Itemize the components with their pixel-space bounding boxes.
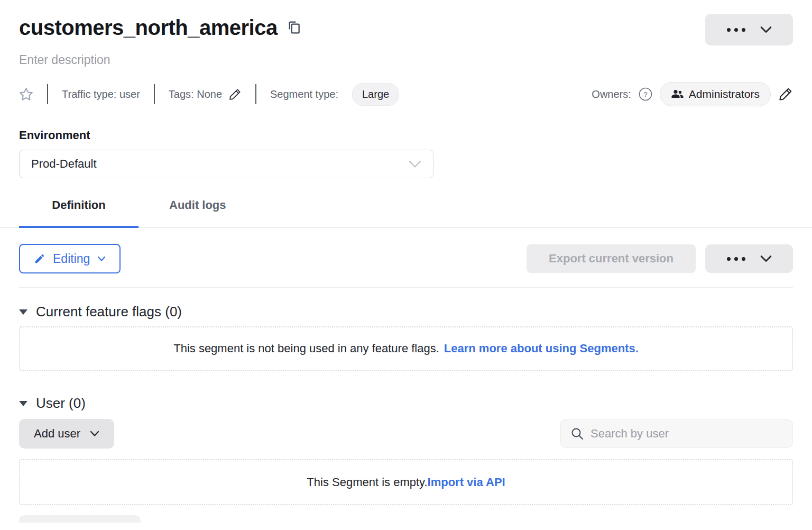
page-title: customers_north_america: [19, 14, 278, 41]
export-current-version-button[interactable]: Export current version: [527, 244, 696, 273]
owners-label: Owners:: [592, 88, 631, 100]
owners-value: Administrators: [689, 88, 760, 100]
tags-label: Tags: None: [169, 88, 222, 100]
divider: [154, 84, 155, 104]
divider: [255, 84, 256, 104]
triangle-down-icon: [19, 401, 27, 406]
tags-group: Tags: None: [169, 88, 242, 101]
divider: [47, 84, 48, 104]
chevron-down-icon: [760, 26, 772, 33]
segment-type-badge: Large: [352, 83, 399, 106]
chevron-down-icon: [97, 256, 106, 262]
add-user-label: Add user: [34, 427, 80, 441]
user-section-header[interactable]: User (0): [19, 395, 86, 412]
feature-flags-empty-text: This segment is not being used in any fe…: [173, 342, 439, 355]
segment-type-group: Segment type: Large: [270, 83, 399, 106]
traffic-type-label: Traffic type: user: [62, 88, 140, 100]
page-actions-menu-button[interactable]: [705, 14, 793, 45]
cutoff-bottom-control: [19, 515, 141, 523]
user-empty-text: This Segment is empty.: [307, 476, 427, 489]
title-wrap: customers_north_america: [19, 14, 302, 41]
definition-toolbar: Editing Export current version: [19, 244, 793, 273]
segment-type-label: Segment type:: [270, 88, 338, 100]
tab-audit-logs[interactable]: Audit logs: [169, 198, 226, 228]
user-search-input[interactable]: [590, 427, 783, 441]
definition-actions-menu-button[interactable]: [705, 244, 793, 273]
user-heading: User (0): [36, 395, 86, 412]
editing-label: Editing: [53, 252, 90, 266]
divider: [19, 287, 793, 288]
owners-badge[interactable]: Administrators: [660, 82, 771, 106]
learn-more-link[interactable]: Learn more about using Segments.: [444, 342, 639, 355]
copy-icon[interactable]: [287, 20, 302, 35]
user-empty-state: This Segment is empty. Import via API: [19, 459, 793, 505]
tab-definition[interactable]: Definition: [19, 198, 139, 228]
help-circle-icon[interactable]: ?: [639, 87, 652, 101]
star-icon[interactable]: [19, 87, 33, 101]
chevron-down-icon: [760, 255, 772, 262]
add-user-button[interactable]: Add user: [19, 419, 114, 449]
chevron-down-icon: [409, 160, 421, 168]
user-search-box: [560, 419, 793, 448]
environment-selected-value: Prod-Default: [31, 157, 97, 171]
ellipsis-icon: [727, 257, 745, 261]
ellipsis-icon: [727, 28, 745, 32]
environment-label: Environment: [19, 129, 793, 142]
search-icon: [570, 427, 584, 441]
import-via-api-link[interactable]: Import via API: [428, 476, 505, 489]
segment-detail-page: customers_north_america Enter descriptio…: [0, 0, 812, 530]
chevron-down-icon: [90, 431, 99, 437]
pencil-icon: [34, 253, 45, 264]
tab-bar: Definition Audit logs: [19, 198, 793, 228]
people-icon: [671, 89, 684, 99]
title-row: customers_north_america: [19, 0, 793, 45]
edit-owners-pencil-icon[interactable]: [778, 87, 793, 102]
user-toolbar: Add user: [19, 419, 793, 449]
editing-mode-button[interactable]: Editing: [19, 244, 121, 273]
owners-group: Owners: ? Administrators: [592, 82, 793, 106]
description-field[interactable]: Enter description: [19, 53, 793, 67]
environment-select[interactable]: Prod-Default: [19, 150, 433, 178]
meta-row: Traffic type: user Tags: None Segment ty…: [19, 82, 793, 106]
feature-flags-section-header[interactable]: Current feature flags (0): [19, 304, 182, 320]
triangle-down-icon: [19, 309, 27, 315]
svg-text:?: ?: [643, 90, 647, 98]
edit-tags-pencil-icon[interactable]: [228, 88, 242, 101]
toolbar-right-group: Export current version: [527, 244, 793, 273]
feature-flags-heading: Current feature flags (0): [36, 304, 182, 320]
feature-flags-empty-state: This segment is not being used in any fe…: [19, 326, 793, 371]
